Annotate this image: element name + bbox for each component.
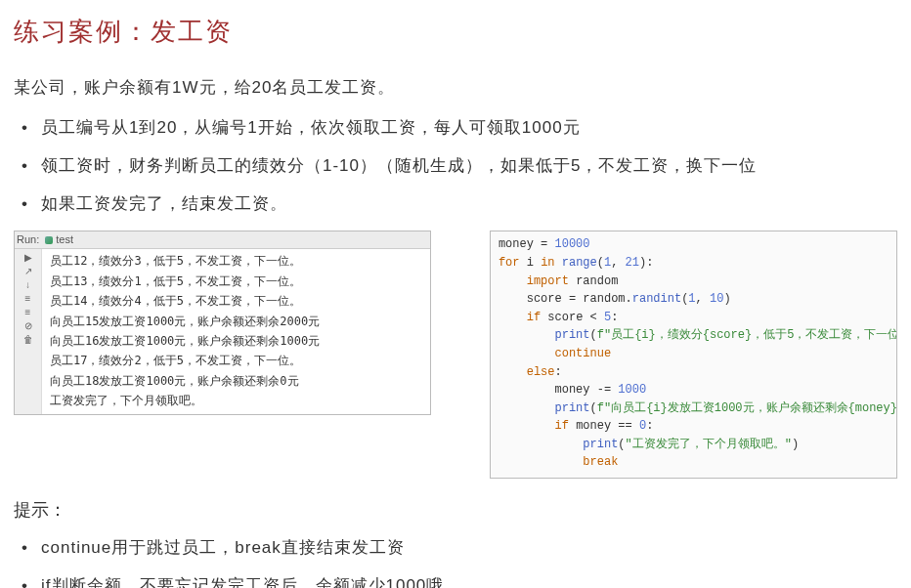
page-title: 练习案例：发工资 [14, 12, 897, 53]
console-line: 向员工16发放工资1000元，账户余额还剩余1000元 [50, 331, 424, 351]
intro-text: 某公司，账户余额有1W元，给20名员工发工资。 [14, 74, 897, 101]
list-item: if判断余额，不要忘记发完工资后，余额减少1000哦 [14, 572, 897, 588]
console-line: 员工12，绩效分3，低于5，不发工资，下一位。 [50, 251, 424, 271]
list-item: continue用于跳过员工，break直接结束发工资 [14, 534, 897, 561]
console-gutter: ▶ ↗ ↓ ≡ ≡ ⊘ 🗑 [15, 249, 42, 414]
stop-icon[interactable]: ⊘ [23, 321, 33, 331]
example-panels: Run: test ▶ ↗ ↓ ≡ ≡ ⊘ 🗑 员工12，绩效分3，低于5，不发… [14, 231, 897, 479]
console-line: 员工17，绩效分2，低于5，不发工资，下一位。 [50, 351, 424, 370]
console-tabbar: Run: test [15, 231, 430, 249]
list-item: 员工编号从1到20，从编号1开始，依次领取工资，每人可领取1000元 [14, 114, 897, 141]
hints-heading: 提示： [14, 496, 897, 525]
console-line: 向员工15发放工资1000元，账户余额还剩余2000元 [50, 312, 424, 331]
trash-icon[interactable]: 🗑 [23, 335, 33, 345]
console-output-panel: Run: test ▶ ↗ ↓ ≡ ≡ ⊘ 🗑 员工12，绩效分3，低于5，不发… [14, 231, 431, 415]
print-icon[interactable]: ≡ [23, 308, 33, 317]
console-output: 员工12，绩效分3，低于5，不发工资，下一位。 员工13，绩效分1，低于5，不发… [42, 249, 430, 414]
console-line: 员工13，绩效分1，低于5，不发工资，下一位。 [50, 272, 424, 291]
jump-icon[interactable]: ↗ [23, 267, 33, 276]
console-line: 工资发完了，下个月领取吧。 [50, 391, 424, 410]
console-line: 员工14，绩效分4，低于5，不发工资，下一位。 [50, 291, 424, 311]
step-icon[interactable]: ↓ [23, 280, 33, 290]
list-item: 领工资时，财务判断员工的绩效分（1-10）（随机生成），如果低于5，不发工资，换… [14, 152, 897, 179]
run-config-icon [45, 236, 53, 244]
list-item: 如果工资发完了，结束发工资。 [14, 190, 897, 217]
requirement-list: 员工编号从1到20，从编号1开始，依次领取工资，每人可领取1000元 领工资时，… [14, 114, 897, 218]
code-sample-panel: money = 10000 for i in range(1, 21): imp… [490, 231, 897, 479]
play-icon[interactable]: ▶ [23, 253, 33, 263]
wrap-icon[interactable]: ≡ [23, 294, 33, 304]
run-label: Run: [17, 231, 39, 249]
run-tab-name: test [56, 231, 73, 249]
hints-list: continue用于跳过员工，break直接结束发工资 if判断余额，不要忘记发… [14, 534, 897, 588]
console-line: 向员工18发放工资1000元，账户余额还剩余0元 [50, 371, 424, 391]
